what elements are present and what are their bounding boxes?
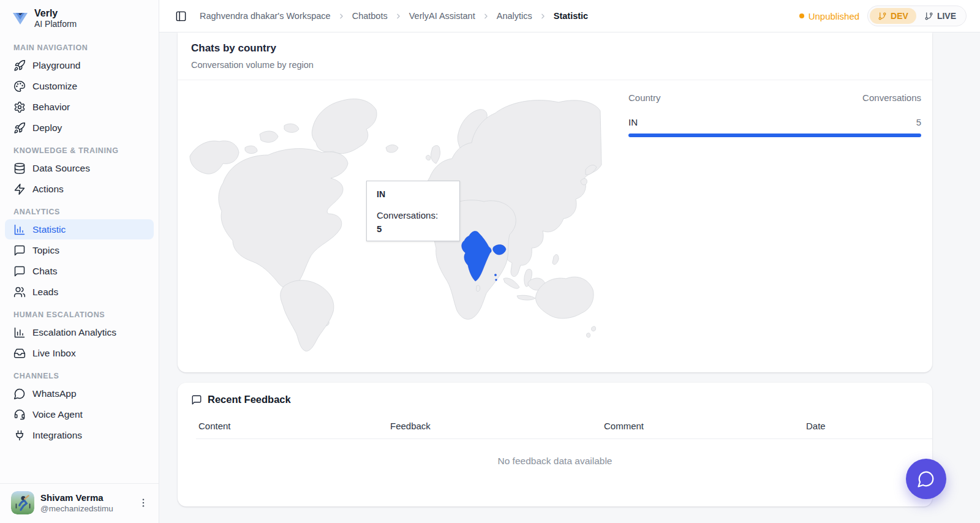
bar-chart-icon (13, 224, 26, 236)
git-branch-icon (924, 12, 933, 21)
sidebar-item-label: Actions (32, 182, 64, 195)
user-name: Shivam Verma (40, 492, 130, 503)
user-meta: Shivam Verma @mechanizedstimu (40, 492, 130, 514)
panel-left-icon (175, 10, 187, 22)
sidebar-item-label: WhatsApp (32, 387, 77, 400)
sidebar-item-deploy[interactable]: Deploy (5, 118, 154, 138)
topbar-right: Unpublished DEV LIVE (799, 6, 967, 26)
sidebar-item-topics[interactable]: Topics (5, 240, 154, 260)
gear-icon (13, 101, 26, 113)
sidebar-item-statistic[interactable]: Statistic (5, 219, 154, 239)
live-label: LIVE (937, 11, 956, 21)
map-card-header: Chats by country Conversation volume by … (178, 32, 932, 80)
sidebar-item-label: Playground (32, 59, 80, 72)
sidebar-item-label: Leads (32, 285, 58, 298)
breadcrumb-workspace[interactable]: Raghvendra dhakar's Workspace (200, 11, 331, 21)
chevron-right-icon (337, 12, 345, 20)
status-text: Unpublished (809, 11, 859, 21)
live-environment-button[interactable]: LIVE (916, 8, 964, 24)
sidebar-item-label: Escalation Analytics (32, 326, 116, 339)
user-menu-button[interactable] (137, 494, 150, 511)
sidebar-item-label: Chats (32, 265, 58, 277)
sidebar-item-label: Behavior (32, 100, 70, 113)
country-list-header: Country Conversations (628, 92, 921, 103)
environment-switcher: DEV LIVE (867, 6, 967, 26)
breadcrumb-statistic: Statistic (554, 11, 588, 21)
message-icon (191, 394, 202, 405)
brand-text: Verly AI Platform (34, 7, 77, 29)
column-date: Date (806, 421, 919, 431)
breadcrumb-assistant[interactable]: VerlyAI Assistant (409, 11, 475, 21)
sidebar-nav: MAIN NAVIGATION Playground Customize Beh… (0, 36, 159, 483)
tooltip-label: Conversations: (377, 209, 450, 221)
chats-by-country-card: Chats by country Conversation volume by … (178, 32, 932, 372)
breadcrumb-chatbots[interactable]: Chatbots (352, 11, 388, 21)
chevron-right-icon (539, 12, 547, 20)
sidebar-item-live-inbox[interactable]: Live Inbox (5, 343, 154, 363)
breadcrumb-analytics[interactable]: Analytics (497, 11, 532, 21)
sidebar-item-customize[interactable]: Customize (5, 76, 154, 96)
sidebar-item-playground[interactable]: Playground (5, 55, 154, 75)
map-card-body: IN Conversations: 5 Country Conversation… (178, 80, 932, 363)
sidebar-item-label: Topics (32, 244, 59, 257)
status-dot-icon (799, 13, 804, 18)
section-label-analytics: ANALYTICS (5, 200, 154, 219)
headset-icon (13, 408, 26, 421)
verly-logo-icon (12, 11, 28, 26)
conversations-column-header: Conversations (862, 92, 921, 103)
database-icon (13, 162, 26, 175)
main-area: Raghvendra dhakar's Workspace Chatbots V… (159, 0, 980, 523)
section-label-human-escalations: HUMAN ESCALATIONS (5, 303, 154, 322)
empty-state-message: No feedback data available (178, 456, 932, 467)
sidebar-item-voice-agent[interactable]: Voice Agent (5, 404, 154, 424)
inbox-icon (13, 347, 26, 359)
tooltip-value: 5 (377, 224, 450, 234)
user-profile[interactable]: Shivam Verma @mechanizedstimu (0, 483, 159, 523)
card-title: Chats by country (191, 42, 919, 55)
chevron-right-icon (394, 12, 402, 20)
dev-environment-button[interactable]: DEV (870, 8, 916, 24)
feedback-card-header: Recent Feedback (178, 394, 932, 405)
conversation-bar (628, 134, 921, 137)
sidebar-item-actions[interactable]: Actions (5, 179, 154, 199)
sidebar-item-behavior[interactable]: Behavior (5, 97, 154, 117)
rocket-icon (13, 122, 26, 134)
page-content: Chats by country Conversation volume by … (159, 32, 980, 523)
sidebar-item-label: Data Sources (32, 162, 90, 175)
chat-bubble-icon (917, 470, 935, 488)
users-icon (13, 286, 26, 298)
sidebar-item-data-sources[interactable]: Data Sources (5, 158, 154, 178)
section-label-channels: CHANNELS (5, 364, 154, 383)
feedback-table-header: Content Feedback Comment Date (178, 421, 932, 431)
sidebar-toggle-button[interactable] (173, 8, 189, 24)
app-root: Verly AI Platform MAIN NAVIGATION Playgr… (0, 0, 980, 523)
section-label-main-navigation: MAIN NAVIGATION (5, 36, 154, 55)
breadcrumb: Raghvendra dhakar's Workspace Chatbots V… (200, 11, 588, 21)
feedback-card-title: Recent Feedback (208, 394, 291, 405)
brand[interactable]: Verly AI Platform (0, 0, 159, 36)
sidebar-item-whatsapp[interactable]: WhatsApp (5, 383, 154, 404)
avatar (11, 491, 34, 514)
sidebar-item-escalation-analytics[interactable]: Escalation Analytics (5, 322, 154, 342)
map-region-india-islands (494, 274, 496, 276)
country-row-in[interactable]: IN 5 (628, 117, 921, 137)
country-code: IN (628, 117, 638, 127)
sidebar-item-chats[interactable]: Chats (5, 261, 154, 281)
brand-name: Verly (34, 7, 77, 19)
chevron-right-icon (482, 12, 490, 20)
git-branch-icon (878, 12, 887, 21)
map-region-india-islands (496, 279, 497, 281)
bar-chart-icon (13, 326, 26, 339)
chat-widget-button[interactable] (906, 459, 946, 499)
sidebar-item-leads[interactable]: Leads (5, 282, 154, 302)
plug-icon (13, 429, 26, 442)
country-column-header: Country (628, 92, 661, 103)
user-handle: @mechanizedstimu (40, 503, 130, 514)
conversation-count: 5 (916, 117, 921, 127)
publish-status: Unpublished (799, 11, 859, 21)
dev-label: DEV (891, 11, 908, 21)
brand-subtitle: AI Platform (34, 19, 77, 29)
sidebar-item-integrations[interactable]: Integrations (5, 425, 154, 445)
topbar: Raghvendra dhakar's Workspace Chatbots V… (159, 0, 980, 32)
sidebar-item-label: Statistic (32, 223, 66, 236)
